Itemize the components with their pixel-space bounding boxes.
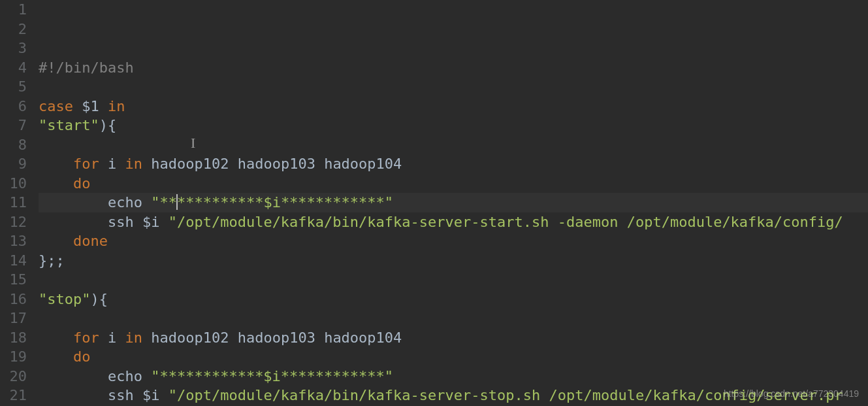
line-number: 15 xyxy=(0,270,27,290)
code-line[interactable]: done xyxy=(39,231,868,251)
code-token: in xyxy=(108,98,125,114)
code-token: "** xyxy=(151,194,177,211)
code-token: ){ xyxy=(90,291,108,307)
line-number: 14 xyxy=(0,251,27,271)
code-token: do xyxy=(73,175,91,192)
line-number: 5 xyxy=(0,77,27,97)
line-number: 16 xyxy=(0,290,27,309)
line-number: 4 xyxy=(0,58,27,78)
line-number-gutter: 123456789101112131415161718192021 xyxy=(0,0,36,406)
code-token: **********$i************" xyxy=(177,194,393,211)
code-token: "************$i************" xyxy=(151,368,393,384)
code-token xyxy=(39,330,73,346)
code-token: hadoop102 hadoop103 hadoop104 xyxy=(142,330,402,346)
code-line[interactable] xyxy=(39,77,868,97)
code-line[interactable]: do xyxy=(39,347,868,367)
line-number: 10 xyxy=(0,174,27,194)
code-token xyxy=(39,175,73,192)
line-number: 19 xyxy=(0,347,27,367)
code-line[interactable]: "stop"){ xyxy=(39,290,868,309)
line-number: 3 xyxy=(0,39,27,58)
code-line[interactable]: "start"){ xyxy=(39,116,868,135)
line-number: 13 xyxy=(0,231,27,251)
code-token: ssh $i xyxy=(39,387,169,403)
code-token: for xyxy=(73,156,99,172)
code-token xyxy=(39,233,73,249)
code-token: #!/bin/bash xyxy=(39,59,134,76)
line-number: 9 xyxy=(0,154,27,174)
code-token: };; xyxy=(39,252,65,269)
code-line[interactable]: echo "************$i************" xyxy=(39,367,868,386)
code-line[interactable]: do xyxy=(39,174,868,194)
line-number: 11 xyxy=(0,193,27,212)
code-token: ){ xyxy=(99,117,117,133)
code-token: in xyxy=(125,156,142,172)
line-number: 18 xyxy=(0,328,27,348)
watermark-text: https://blog.csdn.net/a772304419 xyxy=(724,389,859,398)
code-token: echo xyxy=(39,194,151,211)
line-number: 21 xyxy=(0,386,27,405)
code-line[interactable]: ssh $i "/opt/module/kafka/bin/kafka-serv… xyxy=(39,212,868,232)
code-token: ssh $i xyxy=(39,214,169,230)
code-line[interactable] xyxy=(39,135,868,155)
code-token: i xyxy=(99,330,125,346)
line-number: 17 xyxy=(0,309,27,328)
code-token: in xyxy=(125,330,142,346)
line-number: 7 xyxy=(0,116,27,135)
line-number: 12 xyxy=(0,212,27,232)
code-line[interactable]: for i in hadoop102 hadoop103 hadoop104 xyxy=(39,328,868,348)
code-token: "/opt/module/kafka/bin/kafka-server-star… xyxy=(169,214,843,230)
code-line[interactable]: #!/bin/bash xyxy=(39,58,868,78)
code-line[interactable]: for i in hadoop102 hadoop103 hadoop104 xyxy=(39,154,868,174)
line-number: 2 xyxy=(0,20,27,39)
code-token: done xyxy=(73,233,108,249)
code-line[interactable] xyxy=(39,309,868,328)
code-line[interactable]: case $1 in xyxy=(39,97,868,116)
code-token: "start" xyxy=(39,117,99,133)
code-area[interactable]: I #!/bin/bashcase $1 in"start"){ for i i… xyxy=(36,0,868,406)
code-editor[interactable]: 123456789101112131415161718192021 I #!/b… xyxy=(0,0,868,406)
code-token: i xyxy=(99,156,125,172)
code-line[interactable]: };; xyxy=(39,251,868,271)
line-number: 8 xyxy=(0,135,27,155)
code-token xyxy=(39,156,73,172)
code-token: do xyxy=(73,348,91,365)
code-token: hadoop102 hadoop103 hadoop104 xyxy=(142,156,402,172)
code-token: for xyxy=(73,330,99,346)
code-token: echo xyxy=(39,368,151,384)
code-line[interactable] xyxy=(39,270,868,290)
code-token: "stop" xyxy=(39,291,90,307)
line-number: 1 xyxy=(0,0,27,20)
line-number: 6 xyxy=(0,97,27,116)
code-token: case xyxy=(39,98,73,114)
line-number: 20 xyxy=(0,367,27,386)
code-token: $1 xyxy=(73,98,108,114)
code-line[interactable]: echo "************$i************" xyxy=(39,193,868,212)
code-token xyxy=(39,348,73,365)
